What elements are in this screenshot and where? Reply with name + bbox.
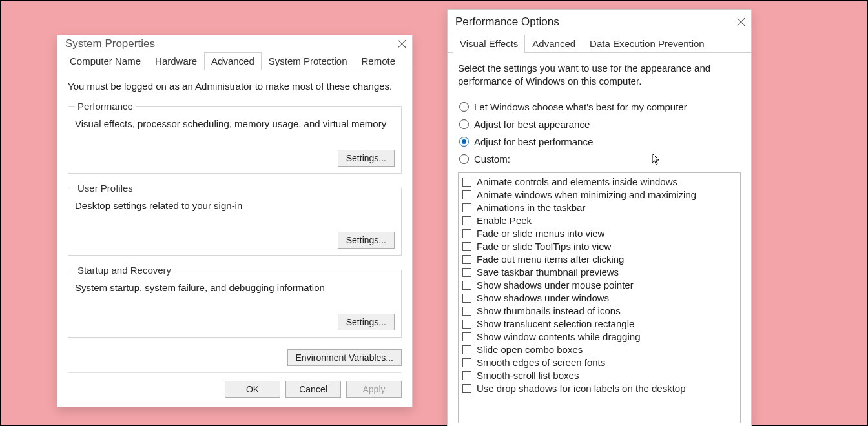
window-title: System Properties xyxy=(65,37,155,50)
checkbox-item[interactable]: Animate windows when minimizing and maxi… xyxy=(462,188,740,201)
group-performance: Performance Visual effects, processor sc… xyxy=(68,101,402,174)
group-legend: Startup and Recovery xyxy=(75,265,174,276)
checkbox-item[interactable]: Fade out menu items after clicking xyxy=(462,253,740,266)
checkbox-label: Smooth-scroll list boxes xyxy=(477,370,579,381)
checkbox-label: Show window contents while dragging xyxy=(477,331,640,342)
titlebar: Performance Options xyxy=(448,10,751,34)
tab-remote[interactable]: Remote xyxy=(355,52,403,70)
apply-button[interactable]: Apply xyxy=(346,381,402,398)
checkbox-icon[interactable] xyxy=(462,320,471,329)
checkbox-icon[interactable] xyxy=(462,371,471,380)
checkbox-label: Animate controls and elements inside win… xyxy=(477,176,677,187)
ok-button[interactable]: OK xyxy=(225,381,280,398)
checkbox-item[interactable]: Fade or slide ToolTips into view xyxy=(462,240,740,253)
checkbox-label: Show thumbnails instead of icons xyxy=(477,305,621,316)
checkbox-item[interactable]: Fade or slide menus into view xyxy=(462,227,740,240)
checkbox-icon[interactable] xyxy=(462,332,471,341)
group-desc: Visual effects, processor scheduling, me… xyxy=(75,118,395,129)
admin-note: You must be logged on as an Administrato… xyxy=(68,81,402,92)
checkbox-icon[interactable] xyxy=(462,307,471,316)
checkbox-label: Fade or slide menus into view xyxy=(477,228,604,239)
radio-option[interactable]: Custom: xyxy=(459,154,741,165)
checkbox-label: Animations in the taskbar xyxy=(477,202,585,213)
group-legend: Performance xyxy=(75,101,136,112)
group-desc: Desktop settings related to your sign-in xyxy=(75,200,395,211)
tab-advanced[interactable]: Advanced xyxy=(525,35,583,53)
checkbox-icon[interactable] xyxy=(462,345,471,354)
radio-label: Adjust for best appearance xyxy=(474,119,590,130)
close-icon[interactable] xyxy=(737,17,746,26)
radio-label: Adjust for best performance xyxy=(474,136,593,147)
group-desc: System startup, system failure, and debu… xyxy=(75,282,395,293)
group-legend: User Profiles xyxy=(75,183,136,194)
tab-advanced[interactable]: Advanced xyxy=(204,52,262,70)
checkbox-icon[interactable] xyxy=(462,216,471,225)
checkbox-label: Show shadows under windows xyxy=(477,292,609,303)
checkbox-item[interactable]: Show thumbnails instead of icons xyxy=(462,305,740,318)
tab-hardware[interactable]: Hardware xyxy=(148,52,204,70)
checkbox-icon[interactable] xyxy=(462,358,471,367)
visual-effects-list[interactable]: Animate controls and elements inside win… xyxy=(458,172,741,424)
checkbox-label: Enable Peek xyxy=(477,215,532,226)
checkbox-item[interactable]: Animations in the taskbar xyxy=(462,201,740,214)
radio-icon[interactable] xyxy=(459,119,469,129)
checkbox-icon[interactable] xyxy=(462,190,471,199)
checkbox-icon[interactable] xyxy=(462,242,471,251)
radio-label: Custom: xyxy=(474,154,510,165)
performance-options-window: Performance Options Visual EffectsAdvanc… xyxy=(447,9,752,426)
checkbox-item[interactable]: Slide open combo boxes xyxy=(462,343,740,356)
checkbox-item[interactable]: Smooth edges of screen fonts xyxy=(462,356,740,369)
radio-option[interactable]: Adjust for best appearance xyxy=(459,119,741,130)
radio-label: Let Windows choose what's best for my co… xyxy=(474,101,687,112)
tab-row: Visual EffectsAdvancedData Execution Pre… xyxy=(448,34,751,53)
radio-option[interactable]: Let Windows choose what's best for my co… xyxy=(459,101,741,112)
group-startup-recovery: Startup and Recovery System startup, sys… xyxy=(68,265,402,338)
tab-system-protection[interactable]: System Protection xyxy=(262,52,355,70)
checkbox-label: Use drop shadows for icon labels on the … xyxy=(477,383,686,394)
checkbox-item[interactable]: Save taskbar thumbnail previews xyxy=(462,266,740,279)
radio-icon[interactable] xyxy=(459,154,469,164)
checkbox-item[interactable]: Show shadows under windows xyxy=(462,292,740,305)
checkbox-icon[interactable] xyxy=(462,229,471,238)
checkbox-label: Slide open combo boxes xyxy=(477,344,583,355)
checkbox-icon[interactable] xyxy=(462,384,471,393)
checkbox-item[interactable]: Smooth-scroll list boxes xyxy=(462,369,740,382)
radio-icon[interactable] xyxy=(459,102,469,112)
tab-visual-effects[interactable]: Visual Effects xyxy=(453,35,525,53)
checkbox-label: Fade out menu items after clicking xyxy=(477,254,624,265)
checkbox-item[interactable]: Show window contents while dragging xyxy=(462,330,740,343)
checkbox-label: Show translucent selection rectangle xyxy=(477,318,634,329)
radio-icon[interactable] xyxy=(459,137,469,147)
checkbox-icon[interactable] xyxy=(462,178,471,187)
checkbox-icon[interactable] xyxy=(462,268,471,277)
environment-variables-button[interactable]: Environment Variables... xyxy=(287,349,402,366)
cancel-button[interactable]: Cancel xyxy=(285,381,341,398)
checkbox-label: Animate windows when minimizing and maxi… xyxy=(477,189,696,200)
user-profiles-settings-button[interactable]: Settings... xyxy=(338,232,395,249)
system-properties-window: System Properties Computer NameHardwareA… xyxy=(57,35,413,407)
checkbox-item[interactable]: Show translucent selection rectangle xyxy=(462,318,740,330)
checkbox-icon[interactable] xyxy=(462,294,471,303)
group-user-profiles: User Profiles Desktop settings related t… xyxy=(68,183,402,256)
checkbox-item[interactable]: Show shadows under mouse pointer xyxy=(462,279,740,292)
checkbox-item[interactable]: Use drop shadows for icon labels on the … xyxy=(462,382,740,395)
tab-data-execution-prevention[interactable]: Data Execution Prevention xyxy=(583,35,712,53)
checkbox-label: Save taskbar thumbnail previews xyxy=(477,267,619,278)
checkbox-icon[interactable] xyxy=(462,203,471,212)
description: Select the settings you want to use for … xyxy=(458,62,741,88)
checkbox-label: Smooth edges of screen fonts xyxy=(477,357,605,368)
titlebar: System Properties xyxy=(57,36,412,52)
checkbox-item[interactable]: Enable Peek xyxy=(462,214,740,227)
checkbox-item[interactable]: Animate controls and elements inside win… xyxy=(462,176,740,188)
tab-computer-name[interactable]: Computer Name xyxy=(63,52,148,70)
checkbox-label: Show shadows under mouse pointer xyxy=(477,279,634,290)
checkbox-icon[interactable] xyxy=(462,281,471,290)
tab-row: Computer NameHardwareAdvancedSystem Prot… xyxy=(57,52,412,70)
startup-recovery-settings-button[interactable]: Settings... xyxy=(338,314,395,330)
close-icon[interactable] xyxy=(398,39,407,48)
performance-settings-button[interactable]: Settings... xyxy=(338,150,395,167)
window-title: Performance Options xyxy=(455,15,559,28)
checkbox-label: Fade or slide ToolTips into view xyxy=(477,241,611,252)
radio-option[interactable]: Adjust for best performance xyxy=(459,136,741,147)
checkbox-icon[interactable] xyxy=(462,255,471,264)
